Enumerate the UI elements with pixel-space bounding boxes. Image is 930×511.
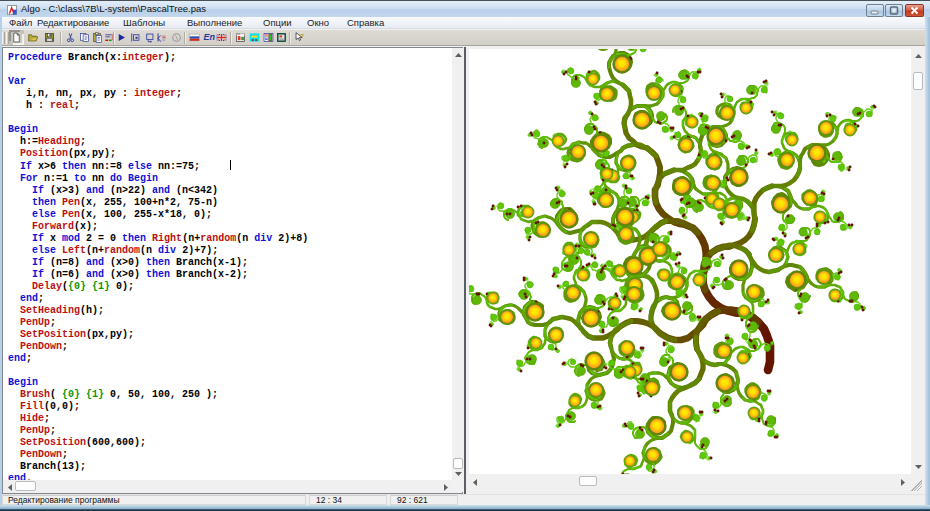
- svg-text:?: ?: [300, 32, 304, 39]
